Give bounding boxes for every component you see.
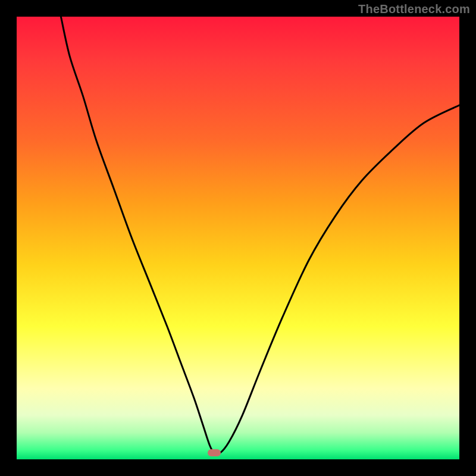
chart-frame: TheBottleneck.com xyxy=(0,0,476,476)
bottleneck-curve xyxy=(61,17,459,454)
watermark-text: TheBottleneck.com xyxy=(358,2,470,16)
curve-svg xyxy=(17,17,459,459)
plot-area xyxy=(17,17,459,459)
optimal-marker xyxy=(208,449,221,456)
